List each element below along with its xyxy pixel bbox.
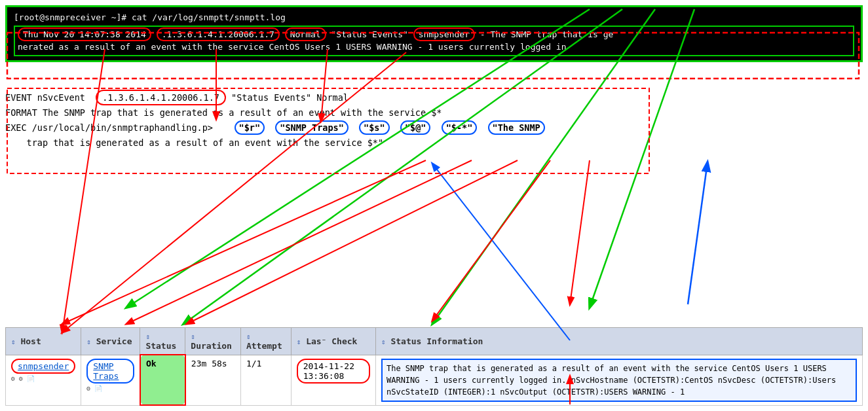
svg-line-9: [432, 164, 570, 340]
param-dash-star: "$-*": [442, 120, 478, 135]
cell-attempt: 1/1: [240, 355, 291, 405]
svg-line-15: [688, 162, 708, 304]
host-icons: ⚙ ⚙ 📄: [11, 375, 75, 382]
log-status-events: Status Events: [336, 29, 403, 39]
col-host: ⇕ Host: [6, 328, 81, 355]
param-r: "$r": [235, 120, 265, 135]
log-normal: Normal: [285, 27, 326, 41]
param-snmp-traps: "SNMP Traps": [275, 120, 349, 135]
monitoring-table: ⇕ Host ⇕ Service ⇕ Status ⇕ Duration ⇕ A…: [5, 327, 863, 406]
format-line: FORMAT The SNMP trap that is generated a…: [5, 105, 863, 120]
svg-line-10: [62, 160, 426, 324]
event-line: EVENT nSvcEvent .1.3.6.1.4.1.20006.1.7 "…: [5, 90, 863, 105]
last-check-circle: 2014-11-22 13:36:08: [297, 359, 370, 384]
col-service: ⇕ Service: [81, 328, 140, 355]
log-snmpsender: snmpsender: [413, 27, 475, 41]
svg-line-11: [126, 160, 472, 324]
svg-line-13: [432, 160, 550, 321]
param-the-snmp: "The SNMP: [488, 120, 545, 135]
terminal-prompt: [root@snmpreceiver ~]# cat /var/log/snmp…: [14, 11, 854, 24]
svg-line-14: [570, 160, 590, 304]
terminal-window: [root@snmpreceiver ~]# cat /var/log/snmp…: [5, 5, 863, 62]
col-duration: ⇕ Duration: [185, 328, 241, 355]
log-oid: .1.3.6.1.4.1.20006.1.7: [157, 27, 280, 41]
service-icons: ⚙ 📄: [86, 385, 134, 392]
cell-status: Ok: [140, 355, 185, 405]
cell-service: SNMP Traps ⚙ 📄: [81, 355, 140, 405]
cell-host: snmpsender ⚙ ⚙ 📄: [6, 355, 81, 405]
cell-duration: 23m 58s: [185, 355, 241, 405]
col-status: ⇕ Status: [140, 328, 185, 355]
status-info-content: The SNMP trap that is generated as a res…: [381, 359, 857, 402]
service-link[interactable]: SNMP Traps: [86, 359, 134, 384]
terminal-log-output: Thu Nov 20 14:07:38 2014 .1.3.6.1.4.1.20…: [14, 26, 854, 56]
table-row: snmpsender ⚙ ⚙ 📄 SNMP Traps ⚙ 📄 Ok 23m 5…: [6, 355, 863, 405]
svg-line-12: [187, 160, 518, 324]
log-datetime: Thu Nov 20 14:07:38 2014: [18, 27, 151, 41]
cell-status-info: The SNMP trap that is generated as a res…: [375, 355, 862, 405]
host-link[interactable]: snmpsender: [11, 359, 75, 374]
col-last-check: ⇕ Las⁻ Check: [291, 328, 375, 355]
col-status-info: ⇕ Status Information: [375, 328, 862, 355]
col-attempt: ⇕ Attempt: [240, 328, 291, 355]
event-oid-circle: .1.3.6.1.4.1.20006.1.7: [96, 90, 226, 105]
status-value: Ok: [146, 359, 157, 368]
event-config-section: EVENT nSvcEvent .1.3.6.1.4.1.20006.1.7 "…: [5, 90, 863, 151]
cell-last-check: 2014-11-22 13:36:08: [291, 355, 375, 405]
exec-line: EXEC /usr/local/bin/snmptraphandling.p> …: [5, 120, 863, 135]
param-s: "$s": [359, 120, 390, 135]
param-at: "$@": [400, 120, 431, 135]
exec-continuation: trap that is generated as a result of an…: [5, 135, 863, 151]
